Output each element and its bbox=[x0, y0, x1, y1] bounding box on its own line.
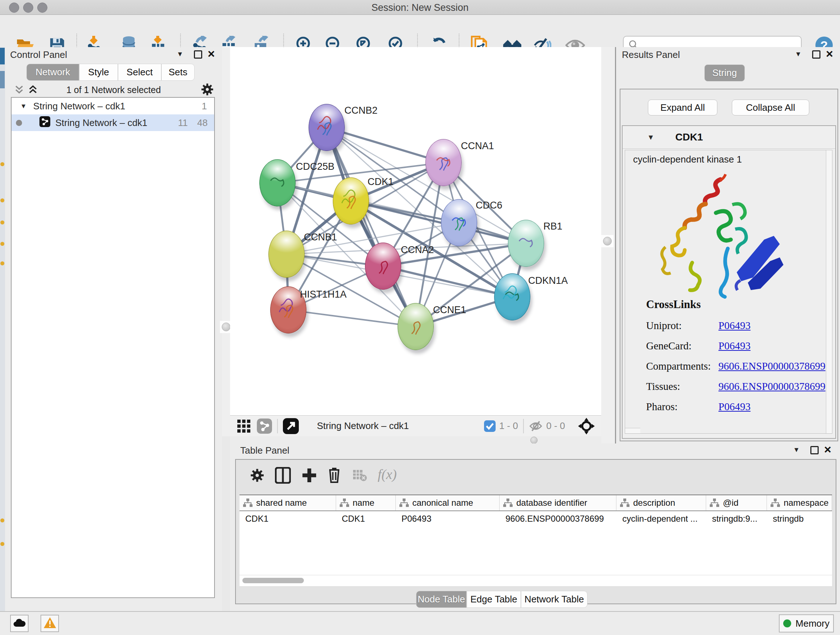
memory-status-dot bbox=[783, 619, 791, 627]
right-splitter[interactable] bbox=[601, 47, 615, 443]
network-node-ccnb2[interactable] bbox=[309, 104, 345, 151]
table-panel-close-icon[interactable]: × bbox=[824, 446, 831, 453]
results-panel-collapse-icon[interactable]: ▾ bbox=[796, 49, 800, 59]
crosslink-link[interactable]: 9606.ENSP00000378699 bbox=[718, 360, 826, 372]
crosslinks-section: CrossLinks Uniprot:P06493GeneCard:P06493… bbox=[646, 298, 827, 421]
tab-style[interactable]: Style bbox=[79, 64, 118, 81]
memory-button[interactable]: Memory bbox=[779, 614, 834, 632]
collection-expand-icon[interactable]: ▼ bbox=[20, 103, 27, 110]
left-splitter[interactable] bbox=[222, 47, 230, 436]
string-network-icon bbox=[39, 116, 50, 130]
protein-ribbon-thumb bbox=[314, 112, 339, 143]
expand-all-networks-icon[interactable] bbox=[14, 84, 25, 96]
table-panel-title: Table Panel bbox=[240, 445, 289, 456]
add-column-icon[interactable] bbox=[302, 468, 317, 483]
tab-node-table[interactable]: Node Table bbox=[416, 591, 467, 608]
results-horizontal-scrollbar[interactable] bbox=[625, 428, 640, 433]
expand-all-button[interactable]: Expand All bbox=[648, 100, 717, 116]
collapse-all-networks-icon[interactable] bbox=[27, 84, 38, 96]
table-cell: P06493 bbox=[396, 511, 500, 526]
column-header-namespace[interactable]: namespace bbox=[767, 495, 832, 510]
collapse-all-button[interactable]: Collapse All bbox=[732, 100, 809, 116]
delete-column-icon[interactable] bbox=[327, 466, 341, 484]
network-node-ccnb1[interactable] bbox=[268, 231, 305, 278]
network-node-cdc25b[interactable] bbox=[259, 159, 295, 206]
control-panel-collapse-icon[interactable]: ▾ bbox=[178, 49, 182, 59]
bottom-splitter[interactable] bbox=[230, 436, 601, 443]
protein-ribbon-thumb bbox=[431, 147, 456, 178]
table-scroll-thumb[interactable] bbox=[242, 578, 304, 583]
detach-view-icon[interactable] bbox=[283, 418, 299, 434]
crosslink-label: GeneCard: bbox=[646, 340, 718, 352]
protein-ribbon-thumb bbox=[500, 282, 525, 312]
column-header-canonical-name[interactable]: canonical name bbox=[396, 495, 500, 510]
birds-eye-crosshair-icon[interactable] bbox=[578, 418, 595, 434]
tab-string[interactable]: String bbox=[704, 65, 745, 81]
column-header-database-identifier[interactable]: database identifier bbox=[500, 495, 616, 510]
table-cell: stringdb:9... bbox=[706, 511, 767, 526]
node-label-ccna2: CCNA2 bbox=[401, 244, 434, 256]
table-panel-float-icon[interactable] bbox=[810, 446, 819, 454]
node-label-cdc25b: CDC25B bbox=[296, 161, 335, 172]
main-toolbar: ? bbox=[0, 15, 840, 48]
table-gear-icon[interactable] bbox=[249, 468, 265, 483]
column-header--id[interactable]: @id bbox=[706, 495, 767, 510]
network-view-title: String Network – cdk1 bbox=[317, 420, 409, 432]
network-node-cdc6[interactable] bbox=[441, 199, 477, 246]
tab-sets[interactable]: Sets bbox=[161, 64, 195, 81]
cloud-status-button[interactable] bbox=[10, 615, 28, 632]
collection-label: String Network – cdk1 bbox=[33, 101, 125, 112]
crosslink-link[interactable]: P06493 bbox=[718, 340, 751, 352]
network-canvas[interactable]: CCNB2CCNA1CDC25BCDK1CDC6RB1CCNB1CCNA2CDK… bbox=[230, 47, 601, 415]
column-header-description[interactable]: description bbox=[616, 495, 706, 510]
selected-checkbox-icon[interactable] bbox=[484, 420, 496, 432]
table-horizontal-scrollbar[interactable] bbox=[240, 575, 832, 586]
tab-network[interactable]: Network bbox=[27, 64, 79, 81]
gene-section-header[interactable]: ▼ CDK1 bbox=[622, 126, 835, 149]
results-panel-float-icon[interactable] bbox=[812, 50, 821, 59]
tab-select[interactable]: Select bbox=[118, 64, 161, 81]
network-node-cdkn1a[interactable] bbox=[494, 273, 531, 320]
network-options-gear-icon[interactable] bbox=[201, 82, 214, 98]
tab-edge-table[interactable]: Edge Table bbox=[467, 591, 521, 608]
table-header-row[interactable]: shared namenamecanonical namedatabase id… bbox=[240, 495, 832, 511]
string-results-box: Expand All Collapse All ▼ CDK1 cyclin-de… bbox=[620, 89, 838, 441]
network-node-ccna2[interactable] bbox=[365, 242, 401, 290]
table-row[interactable]: CDK1CDK1P064939606.ENSP00000378699cyclin… bbox=[240, 511, 832, 526]
network-node-ccna1[interactable] bbox=[425, 139, 462, 186]
table-panel-collapse-icon[interactable]: ▾ bbox=[794, 445, 798, 454]
crosslink-link[interactable]: P06493 bbox=[718, 401, 751, 413]
protein-ribbon-thumb bbox=[370, 251, 396, 282]
select-columns-icon[interactable] bbox=[275, 467, 291, 484]
network-row-selected[interactable]: String Network – cdk1 11 48 bbox=[11, 114, 214, 131]
table-cell: 9606.ENSP00000378699 bbox=[500, 511, 616, 526]
node-label-hist1h1a: HIST1H1A bbox=[300, 289, 347, 300]
grid-view-icon[interactable] bbox=[237, 419, 251, 433]
crosslink-link[interactable]: P06493 bbox=[718, 320, 751, 332]
control-panel-close-icon[interactable]: × bbox=[208, 50, 215, 57]
crosslink-row: Pharos:P06493 bbox=[646, 401, 827, 413]
table-panel: Table Panel ▾ × f(x) shared namenamecano… bbox=[230, 443, 840, 611]
node-table[interactable]: shared namenamecanonical namedatabase id… bbox=[240, 494, 832, 576]
warning-status-button[interactable] bbox=[41, 615, 59, 632]
gene-symbol: CDK1 bbox=[676, 131, 703, 143]
crosslink-label: Compartments: bbox=[646, 360, 718, 372]
network-overview-icon[interactable] bbox=[257, 418, 272, 434]
crosslink-link[interactable]: 9606.ENSP00000378699 bbox=[718, 380, 826, 393]
network-node-rb1[interactable] bbox=[508, 220, 544, 267]
results-panel-close-icon[interactable]: × bbox=[826, 50, 833, 57]
delete-table-icon bbox=[352, 469, 367, 481]
table-cell: CDK1 bbox=[336, 511, 396, 526]
node-label-ccne1: CCNE1 bbox=[433, 304, 466, 316]
table-body[interactable]: CDK1CDK1P064939606.ENSP00000378699cyclin… bbox=[240, 511, 832, 526]
network-node-ccne1[interactable] bbox=[398, 303, 434, 350]
network-collection-row[interactable]: ▼ String Network – cdk1 1 bbox=[11, 98, 214, 114]
network-node-cdk1[interactable] bbox=[333, 177, 369, 225]
results-vertical-scrollbar[interactable] bbox=[826, 150, 832, 433]
column-header-shared-name[interactable]: shared name bbox=[240, 495, 336, 510]
gene-collapse-icon[interactable]: ▼ bbox=[647, 133, 654, 141]
gene-section: ▼ CDK1 cyclin-dependent kinase 1 bbox=[622, 125, 836, 439]
control-panel-float-icon[interactable] bbox=[194, 50, 202, 59]
tab-network-table[interactable]: Network Table bbox=[521, 591, 587, 608]
column-header-name[interactable]: name bbox=[336, 495, 396, 510]
